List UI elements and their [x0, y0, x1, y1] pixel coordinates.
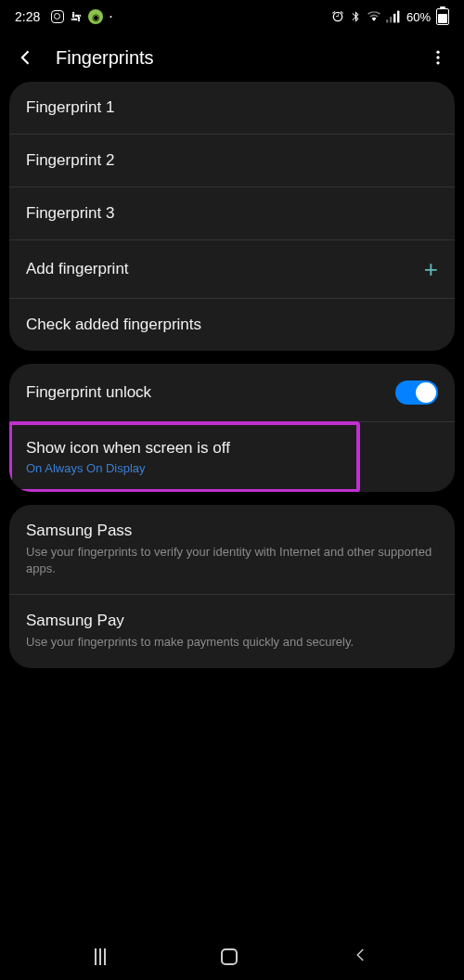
item-label: Show icon when screen is off: [26, 439, 438, 458]
svg-rect-3: [397, 11, 399, 23]
nav-home-button[interactable]: [221, 948, 238, 965]
plus-icon: +: [424, 257, 438, 281]
signal-icon: [386, 10, 401, 23]
navigation-bar: [0, 934, 464, 980]
check-fingerprints-item[interactable]: Check added fingerprints: [9, 299, 455, 351]
fingerprint-item[interactable]: Fingerprint 1: [9, 82, 455, 135]
status-time: 2:28: [15, 9, 40, 24]
svg-point-4: [436, 51, 439, 54]
slack-icon: [70, 10, 83, 23]
item-label: Add fingerprint: [26, 260, 129, 278]
bluetooth-icon: [349, 10, 362, 23]
svg-rect-2: [393, 14, 395, 23]
item-sublabel: Use your fingerprints to verify your ide…: [26, 544, 438, 577]
item-label: Fingerprint 1: [26, 98, 438, 117]
item-label: Check added fingerprints: [26, 316, 438, 334]
nav-back-button[interactable]: [353, 947, 369, 967]
item-label: Fingerprint 3: [26, 204, 438, 223]
item-sublabel: On Always On Display: [26, 461, 438, 475]
instagram-icon: [51, 10, 64, 23]
show-icon-item[interactable]: Show icon when screen is off On Always O…: [9, 422, 455, 492]
content: Fingerprint 1 Fingerprint 2 Fingerprint …: [0, 82, 464, 668]
more-options-button[interactable]: [427, 46, 449, 69]
item-label: Samsung Pay: [26, 612, 438, 630]
back-button[interactable]: [15, 46, 37, 69]
item-sublabel: Use your fingerprints to make payments q…: [26, 634, 438, 651]
item-label: Fingerprint 2: [26, 151, 438, 170]
fingerprint-item[interactable]: Fingerprint 2: [9, 135, 455, 187]
nav-recent-button[interactable]: [95, 948, 106, 965]
status-bar: 2:28 ◉ · 60%: [0, 0, 464, 33]
battery-icon: [434, 8, 449, 25]
app-header: Fingerprints: [0, 33, 464, 82]
fingerprint-unlock-item[interactable]: Fingerprint unlock: [9, 364, 455, 422]
app-icon: ◉: [88, 9, 103, 24]
status-left: 2:28 ◉ ·: [15, 9, 113, 24]
samsung-pay-item[interactable]: Samsung Pay Use your fingerprints to mak…: [9, 595, 455, 667]
samsung-pass-item[interactable]: Samsung Pass Use your fingerprints to ve…: [9, 505, 455, 595]
item-label: Fingerprint unlock: [26, 383, 151, 402]
battery-percentage: 60%: [406, 10, 431, 24]
alarm-icon: [330, 9, 345, 24]
unlock-group: Fingerprint unlock Show icon when screen…: [9, 364, 455, 492]
notification-dot-icon: ·: [109, 9, 112, 24]
fingerprints-group: Fingerprint 1 Fingerprint 2 Fingerprint …: [9, 82, 455, 351]
svg-point-6: [436, 61, 439, 64]
fingerprint-item[interactable]: Fingerprint 3: [9, 187, 455, 240]
item-label: Samsung Pass: [26, 522, 438, 540]
wifi-icon: [366, 10, 382, 23]
toggle-on[interactable]: [395, 380, 438, 405]
svg-point-5: [436, 56, 439, 58]
svg-rect-1: [390, 17, 392, 22]
page-title: Fingerprints: [56, 47, 408, 69]
add-fingerprint-item[interactable]: Add fingerprint +: [9, 240, 455, 299]
status-right: 60%: [330, 8, 449, 25]
svg-rect-0: [386, 19, 388, 22]
apps-group: Samsung Pass Use your fingerprints to ve…: [9, 505, 455, 668]
